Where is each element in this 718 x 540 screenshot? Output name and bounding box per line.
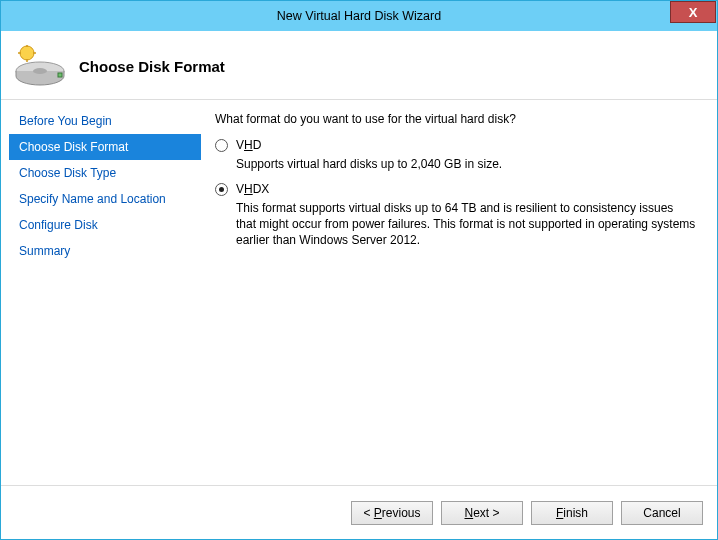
close-button[interactable]: X: [670, 1, 716, 23]
format-prompt: What format do you want to use for the v…: [215, 112, 703, 126]
next-button[interactable]: Next >: [441, 501, 523, 525]
option-vhd: VHD Supports virtual hard disks up to 2,…: [215, 138, 703, 172]
desc-vhdx: This format supports virtual disks up to…: [236, 200, 696, 248]
wizard-footer: < Previous Next > Finish Cancel: [1, 485, 717, 539]
option-vhdx: VHDX This format supports virtual disks …: [215, 182, 703, 248]
sidebar-item-configure-disk[interactable]: Configure Disk: [9, 212, 201, 238]
sidebar-item-choose-disk-format[interactable]: Choose Disk Format: [9, 134, 201, 160]
cancel-button[interactable]: Cancel: [621, 501, 703, 525]
label-vhdx: VHDX: [236, 182, 269, 196]
label-vhd: VHD: [236, 138, 261, 152]
previous-button[interactable]: < Previous: [351, 501, 433, 525]
sidebar-item-before-you-begin[interactable]: Before You Begin: [9, 108, 201, 134]
wizard-header: Choose Disk Format: [1, 31, 717, 100]
wizard-main-panel: What format do you want to use for the v…: [201, 100, 717, 485]
sidebar-item-summary[interactable]: Summary: [9, 238, 201, 264]
finish-button[interactable]: Finish: [531, 501, 613, 525]
svg-rect-2: [58, 73, 62, 77]
close-icon: X: [689, 5, 698, 20]
radio-vhd[interactable]: [215, 139, 228, 152]
sidebar-item-specify-name-location[interactable]: Specify Name and Location: [9, 186, 201, 212]
window-title: New Virtual Hard Disk Wizard: [1, 9, 717, 23]
radio-row-vhdx[interactable]: VHDX: [215, 182, 703, 196]
radio-vhdx[interactable]: [215, 183, 228, 196]
content-area: Before You Begin Choose Disk Format Choo…: [1, 100, 717, 485]
svg-point-1: [33, 68, 47, 74]
wizard-steps-sidebar: Before You Begin Choose Disk Format Choo…: [1, 100, 201, 485]
radio-row-vhd[interactable]: VHD: [215, 138, 703, 152]
title-bar: New Virtual Hard Disk Wizard X: [1, 1, 717, 31]
sidebar-item-choose-disk-type[interactable]: Choose Disk Type: [9, 160, 201, 186]
desc-vhd: Supports virtual hard disks up to 2,040 …: [236, 156, 696, 172]
disk-icon: [15, 45, 65, 87]
page-title: Choose Disk Format: [79, 58, 225, 75]
svg-point-3: [20, 46, 34, 60]
